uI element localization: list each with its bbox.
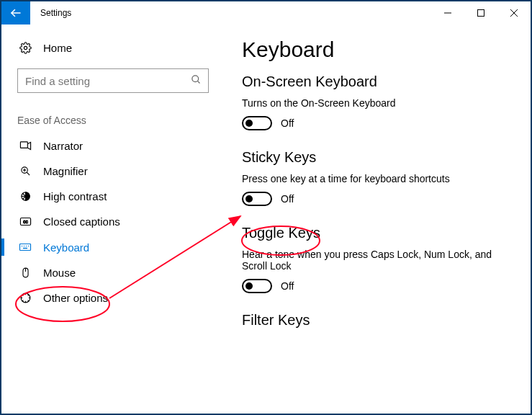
sidebar-item-narrator[interactable]: Narrator: [1, 133, 225, 159]
sidebar-item-label: Mouse: [43, 267, 76, 279]
toggle-state-label: Off: [281, 117, 294, 129]
svg-point-5: [24, 46, 27, 49]
close-button[interactable]: [497, 1, 531, 24]
section-toggle-keys: Toggle Keys Hear a tone when you press C…: [242, 225, 513, 293]
toggle-state-label: Off: [281, 193, 294, 205]
on-screen-keyboard-toggle[interactable]: [242, 116, 272, 130]
svg-rect-8: [20, 142, 27, 148]
window-title: Settings: [40, 8, 71, 18]
sidebar-item-magnifier[interactable]: Magnifier: [1, 159, 225, 184]
back-button[interactable]: [1, 1, 30, 24]
mouse-icon: [17, 267, 33, 279]
section-filter-keys: Filter Keys: [242, 312, 513, 329]
section-description: Press one key at a time for keyboard sho…: [242, 173, 513, 184]
section-sticky-keys: Sticky Keys Press one key at a time for …: [242, 149, 513, 206]
sidebar: Home Ease of Access Narrator Magnifi: [1, 24, 225, 414]
category-label: Ease of Access: [1, 103, 225, 133]
sidebar-item-label: Keyboard: [43, 241, 89, 254]
search-icon: [191, 74, 202, 87]
section-title: Toggle Keys: [242, 225, 513, 241]
maximize-button[interactable]: [464, 1, 497, 24]
sidebar-item-keyboard[interactable]: Keyboard: [1, 234, 225, 260]
section-description: Turns on the On-Screen Keyboard: [242, 97, 513, 109]
closed-captions-icon: cc: [17, 215, 33, 228]
section-title: Filter Keys: [242, 312, 513, 329]
sidebar-item-home[interactable]: Home: [1, 37, 225, 58]
sidebar-item-label: Narrator: [43, 140, 83, 152]
svg-point-6: [192, 76, 199, 82]
options-icon: [17, 292, 33, 304]
section-title: On-Screen Keyboard: [242, 73, 513, 90]
page-title: Keyboard: [242, 37, 513, 62]
search-input[interactable]: [17, 68, 209, 93]
sidebar-item-label: Magnifier: [43, 165, 88, 177]
contrast-icon: [17, 190, 33, 202]
magnifier-icon: [17, 165, 33, 177]
sidebar-item-label: Other options: [43, 292, 108, 304]
svg-rect-2: [478, 10, 484, 17]
sticky-keys-toggle[interactable]: [242, 192, 272, 206]
section-title: Sticky Keys: [242, 149, 513, 166]
keyboard-icon: [17, 241, 33, 254]
sidebar-item-label: Home: [43, 42, 72, 54]
section-description: Hear a tone when you press Caps Lock, Nu…: [242, 249, 494, 272]
sidebar-item-high-contrast[interactable]: High contrast: [1, 184, 225, 209]
sidebar-item-mouse[interactable]: Mouse: [1, 260, 225, 285]
sidebar-item-closed-captions[interactable]: cc Closed captions: [1, 209, 225, 234]
toggle-state-label: Off: [281, 280, 294, 292]
svg-rect-20: [20, 244, 31, 251]
section-on-screen-keyboard: On-Screen Keyboard Turns on the On-Scree…: [242, 73, 513, 130]
gear-icon: [17, 42, 33, 54]
svg-text:cc: cc: [23, 219, 28, 224]
sidebar-item-other-options[interactable]: Other options: [1, 285, 225, 311]
content-pane: Keyboard On-Screen Keyboard Turns on the…: [225, 24, 531, 414]
svg-line-10: [27, 172, 30, 175]
sidebar-item-label: Closed captions: [43, 215, 120, 228]
titlebar: Settings: [1, 1, 531, 24]
sidebar-item-label: High contrast: [43, 190, 107, 202]
svg-line-7: [197, 81, 199, 83]
narrator-icon: [17, 140, 33, 152]
toggle-keys-toggle[interactable]: [242, 279, 272, 293]
search-container: [17, 68, 209, 93]
minimize-button[interactable]: [431, 1, 464, 24]
